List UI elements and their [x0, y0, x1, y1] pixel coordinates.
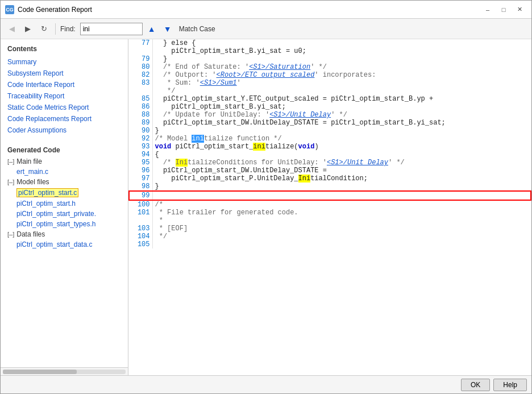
piCtrl-optim-start-types-link[interactable]: piCtrl_optim_start_types.h: [16, 220, 95, 228]
forward-button[interactable]: ▶: [21, 22, 35, 36]
match-case-label: Match Case: [179, 25, 215, 33]
main-file-toggle: [–]: [7, 158, 14, 165]
line-number: 90: [129, 127, 152, 135]
table-row: 103 * [EOF]: [129, 225, 531, 233]
sidebar-item-coder-assumptions[interactable]: Coder Assumptions: [1, 125, 128, 136]
code-line: */: [152, 87, 531, 95]
code-line: piCtrl_optim_start_P.UnitDelay_InitialCo…: [152, 175, 531, 183]
line-number: 83: [129, 79, 152, 87]
line-number: 82: [129, 71, 152, 79]
find-input[interactable]: [80, 23, 143, 35]
code-line: piCtrl_optim_start_DW.UnitDelay_DSTATE =: [152, 167, 531, 175]
code-line: }: [152, 183, 531, 191]
table-row: 89 piCtrl_optim_start_DW.UnitDelay_DSTAT…: [129, 119, 531, 127]
code-line: piCtrl_optim_start_B.yi_sat;: [152, 103, 531, 111]
line-number: 80: [129, 63, 152, 71]
line-number: 93: [129, 143, 152, 151]
table-row: 98 }: [129, 183, 531, 191]
status-bar: OK Help: [1, 375, 531, 393]
line-number: 105: [129, 240, 152, 248]
piCtrl-optim-start-private-link[interactable]: piCtrl_optim_start_private.: [16, 210, 96, 218]
code-line: }: [152, 55, 531, 63]
table-row: 85 piCtrl_optim_start_Y.ETC_output_scale…: [129, 95, 531, 103]
line-number: 89: [129, 119, 152, 127]
window-title: Code Generation Report: [18, 6, 480, 14]
model-files-label: Model files: [16, 178, 49, 186]
main-file-ert: ert_main.c: [1, 167, 128, 177]
data-files-toggle: [–]: [7, 231, 14, 238]
table-row: 96 piCtrl_optim_start_DW.UnitDelay_DSTAT…: [129, 167, 531, 175]
table-row: 101 * File trailer for generated code.: [129, 209, 531, 217]
sidebar-item-static-code-metrics[interactable]: Static Code Metrics Report: [1, 102, 128, 113]
piCtrl-optim-start-data-link[interactable]: piCtrl_optim_start_data.c: [16, 240, 92, 248]
table-row: 100 /*: [129, 200, 531, 209]
table-row: 104 */: [129, 233, 531, 240]
sidebar-item-code-replacements[interactable]: Code Replacements Report: [1, 113, 128, 125]
code-line: piCtrl_optim_start_Y.ETC_output_scaled =…: [152, 95, 531, 103]
table-row-red-border: 99: [129, 191, 531, 200]
sidebar-item-code-interface-report[interactable]: Code Interface Report: [1, 79, 128, 90]
code-line: [152, 191, 531, 200]
line-number: [129, 47, 152, 55]
data-file-0: piCtrl_optim_start_data.c: [1, 239, 128, 250]
line-number: [129, 87, 152, 95]
line-number: 79: [129, 55, 152, 63]
find-prev-button[interactable]: ▲: [145, 22, 159, 36]
table-row: 90 }: [129, 127, 531, 135]
back-button[interactable]: ◀: [5, 22, 19, 36]
table-row: 92 /* Model initialize function */: [129, 135, 531, 143]
code-line: /* End of Saturate: '<S1>/Saturation' */: [152, 63, 531, 71]
sidebar-scroll[interactable]: Contents Summary Subsystem Report Code I…: [1, 39, 128, 367]
code-line: [152, 240, 531, 248]
table-row: 95 /* InitializeConditions for UnitDelay…: [129, 159, 531, 167]
line-number: 92: [129, 135, 152, 143]
sidebar-item-subsystem-report[interactable]: Subsystem Report: [1, 68, 128, 79]
code-line: *: [152, 217, 531, 225]
sidebar: Contents Summary Subsystem Report Code I…: [1, 39, 128, 375]
model-file-2: piCtrl_optim_start_private.: [1, 209, 128, 219]
code-line: /* Outport: '<Root>/ETC_output_scaled' i…: [152, 71, 531, 79]
code-line: piCtrl_optim_start_DW.UnitDelay_DSTATE =…: [152, 119, 531, 127]
line-number: 99: [129, 191, 152, 200]
main-content: Contents Summary Subsystem Report Code I…: [1, 39, 531, 375]
table-row: 88 /* Update for UnitDelay: '<S1>/Unit D…: [129, 111, 531, 119]
sidebar-item-traceability-report[interactable]: Traceability Report: [1, 90, 128, 102]
generated-code-header: Generated Code: [1, 144, 128, 156]
code-line: {: [152, 151, 531, 159]
main-file-label: Main file: [16, 157, 42, 165]
code-line: /* InitializeConditions for UnitDelay: '…: [152, 159, 531, 167]
minimize-button[interactable]: –: [480, 4, 495, 15]
sidebar-item-summary[interactable]: Summary: [1, 56, 128, 68]
ok-button[interactable]: OK: [461, 379, 490, 391]
data-files-label: Data files: [16, 230, 45, 238]
sidebar-hscroll[interactable]: [1, 367, 128, 375]
help-button[interactable]: Help: [493, 379, 527, 391]
piCtrl-optim-start-h-link[interactable]: piCtrl_optim_start.h: [16, 200, 76, 208]
table-row: 93 void piCtrl_optim_start_initialize(vo…: [129, 143, 531, 151]
code-line: void piCtrl_optim_start_initialize(void): [152, 143, 531, 151]
line-number: 104: [129, 233, 152, 240]
find-next-button[interactable]: ▼: [161, 22, 174, 36]
toolbar-separator: [55, 23, 56, 35]
table-row: 94 {: [129, 151, 531, 159]
line-number: 77: [129, 39, 152, 47]
maximize-button[interactable]: □: [496, 4, 511, 15]
piCtrl-optim-start-c-link[interactable]: piCtrl_optim_start.c: [16, 188, 78, 197]
table-row: 83 * Sum: '<S1>/Sum1': [129, 79, 531, 87]
line-number: 95: [129, 159, 152, 167]
code-line: */: [152, 233, 531, 240]
table-row: 97 piCtrl_optim_start_P.UnitDelay_Initia…: [129, 175, 531, 183]
app-icon: CG: [5, 5, 14, 14]
refresh-button[interactable]: ↻: [37, 22, 51, 36]
close-button[interactable]: ✕: [512, 4, 527, 15]
model-file-1: piCtrl_optim_start.h: [1, 198, 128, 209]
line-number: 98: [129, 183, 152, 191]
main-file-tree-item: [–] Main file: [1, 156, 128, 167]
ert-main-link[interactable]: ert_main.c: [16, 168, 48, 176]
table-row: 105: [129, 240, 531, 248]
code-scroll[interactable]: 77 } else { piCtrl_optim_start_B.yi_sat …: [128, 39, 531, 375]
window-controls: – □ ✕: [480, 4, 527, 15]
table-row: 82 /* Outport: '<Root>/ETC_output_scaled…: [129, 71, 531, 79]
code-line: piCtrl_optim_start_B.yi_sat = u0;: [152, 47, 531, 55]
find-label: Find:: [60, 25, 76, 33]
